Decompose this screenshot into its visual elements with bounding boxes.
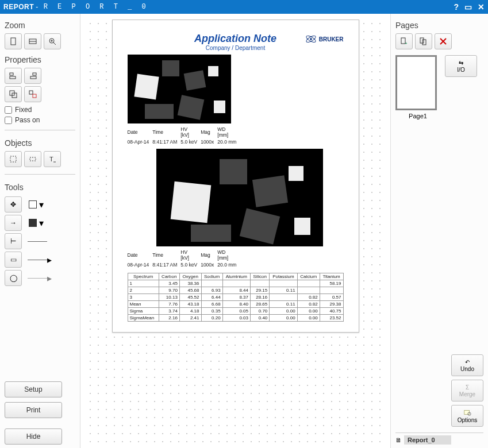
passon-checkbox[interactable]: Pass on [5,116,75,124]
arrow-style-2[interactable]: ▸ [28,273,52,284]
svg-rect-7 [10,73,13,75]
fill-color-swatch[interactable]: ▾ [28,217,45,229]
titlebar: REPORT - R E P O R T _ 0 ? ▭ ✕ [0,0,488,14]
maximize-icon[interactable]: ▭ [464,2,472,11]
line-tool-icon[interactable]: → [5,215,22,231]
right-panel: Pages + Page1 ⇆ I/O ↶ Undo Σ Merge [390,14,488,448]
fixed-checkbox[interactable]: Fixed [5,106,75,114]
zoom-width-icon[interactable] [24,33,41,49]
dup-page-icon[interactable] [415,33,432,49]
metadata-table-1: DateTimeHV [kV]MagWD [mm] 08-Apr-148:41:… [128,126,240,145]
svg-rect-0 [11,38,16,45]
report-page[interactable]: Application Note Company / Department BR… [112,20,359,333]
report-tab-bar: 🗎 Report_0 [395,432,483,445]
svg-rect-8 [10,76,16,79]
add-page-icon[interactable]: + [395,33,413,49]
left-panel: Zoom Properties Fixed Pass on Objects T … [0,14,80,448]
options-icon [463,408,471,416]
svg-rect-15 [10,156,16,162]
objects-heading: Objects [5,138,75,148]
select-object-icon[interactable] [5,151,22,167]
svg-rect-24 [420,38,424,43]
stroke-color-swatch[interactable]: ▾ [28,198,45,211]
close-icon[interactable]: ✕ [478,2,485,11]
io-button[interactable]: ⇆ I/O [445,55,477,77]
merge-button: Σ Merge [451,380,483,401]
report-subtitle: Company / Department [128,45,344,51]
sem-image-2 [156,149,323,246]
page-thumbnail-label: Page1 [395,113,440,119]
svg-rect-13 [29,91,33,94]
circle-tool-icon[interactable]: ◯ [5,270,22,286]
hide-button[interactable]: Hide [5,428,62,445]
svg-rect-14 [33,94,36,98]
undo-button[interactable]: ↶ Undo [451,354,483,376]
properties-heading: Properties [5,55,75,64]
sem-image-1 [128,55,231,123]
zoom-heading: Zoom [5,21,75,30]
zoom-page-icon[interactable] [5,33,22,49]
delete-page-icon[interactable] [435,33,452,49]
brand-logo: BRUKER [305,33,344,45]
page-thumbnail[interactable] [395,55,437,110]
rect-tool-icon[interactable]: ▭ [5,252,22,268]
print-button[interactable]: Print [5,402,62,418]
metadata-table-2: DateTimeHV [kV]MagWD [mm] 08-Apr-148:41:… [128,249,240,268]
text-object-icon[interactable]: T [44,151,61,167]
svg-rect-25 [422,40,426,45]
sigma-icon: Σ [466,384,469,391]
cursor-tool-icon[interactable]: ✥ [5,196,22,213]
prop-ungroup-icon[interactable] [24,86,41,102]
resize-object-icon[interactable] [24,151,41,167]
arrow-style-1[interactable]: ▸ [28,254,52,265]
svg-rect-9 [33,73,36,75]
swap-icon: ⇆ [459,60,463,66]
setup-button[interactable]: Setup [5,381,62,397]
prop-group-icon[interactable] [5,86,22,102]
window-type: REPORT [3,3,34,11]
canvas-area[interactable]: Application Note Company / Department BR… [80,14,390,448]
spectrum-table: SpectrumCarbonOxygenSodiumAluminiumSilic… [128,273,344,322]
help-icon[interactable]: ? [454,2,459,11]
svg-rect-16 [30,157,36,161]
options-button[interactable]: Options [451,405,483,427]
svg-line-4 [53,43,56,45]
segment-tool-icon[interactable]: ⊢ [5,233,22,249]
zoom-in-icon[interactable] [44,33,61,49]
svg-point-21 [310,38,312,40]
pages-heading: Pages [395,21,483,30]
tools-heading: Tools [5,183,75,192]
line-style-thin[interactable] [28,241,47,242]
report-tab[interactable]: Report_0 [404,435,451,445]
svg-text:T: T [49,156,53,163]
svg-text:+: + [405,41,408,46]
undo-icon: ↶ [465,359,470,365]
page-icon: 🗎 [395,437,402,443]
svg-rect-10 [30,76,36,79]
prop-align-right-icon[interactable] [24,68,41,84]
prop-align-left-icon[interactable] [5,68,22,84]
window-title: R E P O R T _ 0 [44,3,149,11]
